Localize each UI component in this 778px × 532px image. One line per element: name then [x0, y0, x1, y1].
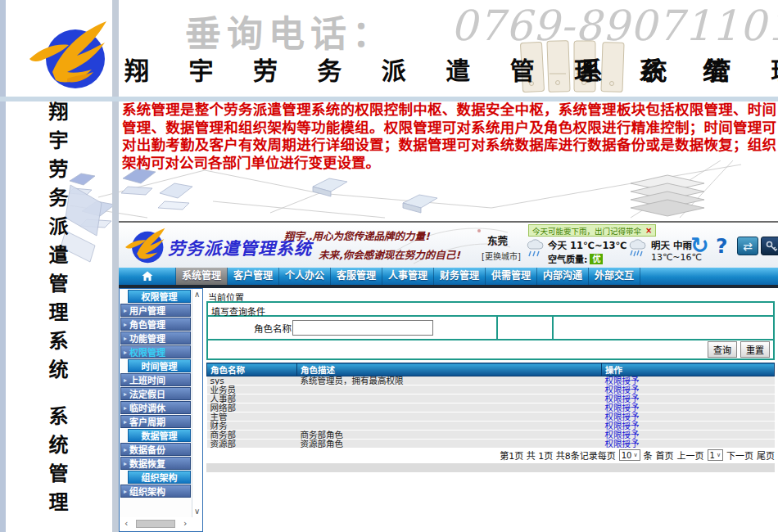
pagination-info: 第1页 共 1页 共8条记录每页: [500, 449, 616, 462]
scroll-right-icon[interactable]: ›: [183, 518, 187, 529]
menu-item-role-mgmt[interactable]: ▸角色管理: [120, 318, 191, 331]
nav-tab-customer[interactable]: 客户管理: [228, 268, 279, 285]
grant-permission-link[interactable]: 权限授予: [605, 376, 640, 385]
col-header-role-desc: 角色描述: [297, 363, 602, 376]
menu-item-label: 法定假日: [129, 387, 165, 400]
role-name-input[interactable]: [292, 320, 433, 336]
password-button[interactable]: [761, 237, 778, 255]
change-city-link[interactable]: [更换城市]: [482, 250, 521, 262]
role-desc-cell: 系统管理员，拥有最高权限: [297, 376, 602, 385]
menu-vertical-scrollbar[interactable]: ∧ ∨: [192, 289, 202, 517]
refresh-icon[interactable]: ↻: [690, 232, 709, 258]
app-window: 劳务派遣管理系统 翔宇..用心为您传递品牌的力量! 未来,你会感谢现在努力的自己…: [119, 221, 778, 532]
role-name-cell: 网络部: [207, 404, 297, 413]
nav-tab-personal-office[interactable]: 个人办公: [279, 268, 331, 285]
grant-permission-link[interactable]: 权限授予: [605, 413, 640, 422]
switch-illustration: [403, 195, 437, 213]
weather-city: 东莞: [487, 232, 508, 248]
actions-cell: 权限授予: [602, 440, 775, 449]
air-quality-badge: 优: [590, 254, 603, 264]
scroll-down-icon[interactable]: ∨: [194, 507, 200, 516]
query-cell-empty: [554, 317, 773, 339]
bullet-icon: ▸: [124, 404, 127, 412]
menu-item-label: 权限管理: [129, 345, 165, 358]
grant-permission-link[interactable]: 权限授予: [605, 394, 640, 404]
menu-item-work-time[interactable]: ▸上班时间: [120, 373, 191, 386]
grant-permission-link[interactable]: 权限授予: [605, 440, 640, 449]
menu-item-org-structure[interactable]: ▸组织架构: [120, 485, 191, 498]
rain-icon: [626, 238, 646, 261]
menu-item-data-restore[interactable]: ▸数据恢复: [120, 457, 191, 470]
role-desc-cell: 资源部角色: [297, 440, 602, 449]
grant-permission-link[interactable]: 权限授予: [605, 422, 640, 431]
grant-permission-link[interactable]: 权限授予: [605, 385, 640, 394]
actions-cell: 权限授予: [602, 394, 775, 404]
menu-item-label: 数据恢复: [129, 457, 165, 470]
col-header-role-name: 角色名称: [207, 363, 297, 376]
query-cell-role: 角色名称: [208, 317, 496, 339]
computer-illustration: [69, 174, 95, 195]
nav-tab-hr[interactable]: 人事管理: [382, 268, 434, 285]
menu-horizontal-scrollbar[interactable]: ‹ ›: [120, 517, 202, 530]
scrollbar-thumb[interactable]: [136, 520, 175, 528]
per-page-select[interactable]: 10∨: [619, 449, 640, 461]
menu-group-permission[interactable]: 权限管理: [128, 290, 191, 303]
menu-group-time[interactable]: 时间管理: [128, 359, 191, 372]
roles-table: 角色名称 角色描述 操作 sys系统管理员，拥有最高权限权限授予 业务员权限授予…: [206, 363, 775, 449]
computer-illustration: [158, 183, 192, 210]
menu-item-legal-holiday[interactable]: ▸法定假日: [120, 387, 191, 400]
last-page-link[interactable]: 尾页: [757, 449, 775, 462]
help-icon[interactable]: ?: [716, 234, 728, 258]
bullet-icon: ▸: [124, 390, 127, 398]
scroll-up-icon[interactable]: ∧: [194, 290, 200, 299]
menu-item-temp-leave[interactable]: ▸临时调休: [120, 401, 191, 414]
per-page-value: 10: [622, 451, 632, 460]
search-button[interactable]: 查询: [708, 341, 737, 358]
computer-illustration: [80, 201, 115, 228]
side-menu-panel: 权限管理 ▸用户管理 ▸角色管理 ▸功能管理 ▸权限管理 时间管理 ▸上班时间 …: [119, 288, 203, 532]
menu-item-label: 客户周期: [129, 415, 165, 428]
sidebar-title-module: 系统管理: [43, 406, 71, 521]
menu-item-label: 上班时间: [129, 373, 165, 386]
grant-permission-link[interactable]: 权限授予: [605, 431, 640, 440]
close-icon[interactable]: ×: [645, 226, 652, 235]
app-logo-icon: [124, 226, 171, 267]
menu-group-data[interactable]: 数据管理: [128, 429, 191, 442]
horizontal-divider: [0, 97, 778, 101]
page: 垂询电话： 0769-89071101 翔 宇 劳 务 派 遣 管 理 系 统 …: [0, 0, 778, 532]
scroll-left-icon[interactable]: ‹: [124, 518, 128, 529]
menu-item-user-mgmt[interactable]: ▸用户管理: [120, 304, 191, 317]
tomorrow-weather: 明天 中雨: [651, 238, 692, 251]
today-temp: 11℃~13℃: [570, 240, 627, 251]
bullet-icon: ▸: [124, 335, 127, 342]
table-row: 财务权限授予: [207, 422, 775, 431]
nav-tab-service[interactable]: 客服管理: [331, 268, 382, 285]
menu-item-label: 用户管理: [129, 304, 165, 317]
query-cell-empty: [496, 317, 554, 339]
menu-item-data-backup[interactable]: ▸数据备份: [120, 443, 191, 456]
nav-tab-system[interactable]: 系统管理: [176, 268, 228, 285]
nav-tab-external[interactable]: 外部交互: [589, 268, 640, 285]
page-select[interactable]: 1∨: [708, 449, 724, 461]
first-page-link[interactable]: 首页: [656, 449, 674, 462]
chevron-down-icon: ∨: [633, 452, 637, 458]
bullet-icon: ▸: [124, 488, 127, 495]
actions-cell: 权限授予: [602, 422, 775, 431]
reset-button[interactable]: 重置: [740, 341, 770, 358]
actions-cell: 权限授予: [602, 404, 775, 413]
pagination-unit: 条: [644, 449, 653, 462]
prev-page-link[interactable]: 上一页: [677, 449, 704, 462]
menu-item-label: 角色管理: [129, 318, 165, 331]
pagination-bar: 第1页 共 1页 共8条记录每页 10∨ 条 首页 上一页 1∨ 下一页 尾页: [206, 449, 775, 462]
nav-tab-supply[interactable]: 供需管理: [486, 268, 537, 285]
menu-item-customer-cycle[interactable]: ▸客户周期: [120, 415, 191, 428]
menu-group-org[interactable]: 组织架构: [128, 471, 191, 484]
switch-button[interactable]: ⇄: [737, 237, 758, 255]
nav-tab-finance[interactable]: 财务管理: [434, 268, 486, 285]
menu-item-permission-mgmt[interactable]: ▸权限管理: [120, 345, 191, 358]
next-page-link[interactable]: 下一页: [726, 449, 753, 462]
menu-item-function-mgmt[interactable]: ▸功能管理: [120, 331, 191, 345]
nav-home-tab[interactable]: [119, 268, 176, 285]
nav-tab-internal-comm[interactable]: 内部沟通: [537, 268, 589, 285]
grant-permission-link[interactable]: 权限授予: [605, 404, 640, 413]
